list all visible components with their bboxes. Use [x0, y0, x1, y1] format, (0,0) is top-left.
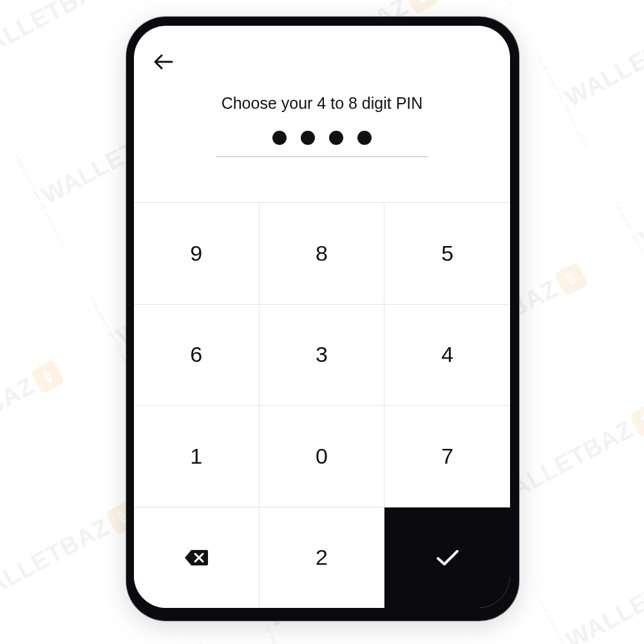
- watermark-badge-icon: ₿: [629, 402, 644, 437]
- watermark-item: مرجع تخصصی کیف پول سخت افزاریWALLETBAZ₿: [460, 0, 644, 9]
- watermark-badge-icon: ₿: [404, 0, 439, 15]
- keypad-backspace-button[interactable]: [134, 507, 260, 609]
- arrow-left-icon: [153, 53, 175, 71]
- spacer: [134, 157, 510, 202]
- pin-dots: [134, 131, 510, 154]
- watermark-item: مرجع تخصصی کیف پول سخت افزاریWALLETBAZ₿: [0, 325, 83, 507]
- watermark-text: WALLETBAZ: [636, 155, 644, 253]
- keypad-key-3[interactable]: 3: [260, 304, 385, 406]
- watermark-item: مرجع تخصصی کیف پول سخت افزاریWALLETBAZ₿: [311, 629, 532, 644]
- watermark-subtext: مرجع تخصصی کیف پول سخت افزاری: [610, 198, 644, 291]
- numeric-keypad: 9 8 5 6 3 4 1 0 7 2: [134, 202, 510, 608]
- watermark-subtext: مرجع تخصصی کیف پول سخت افزاری: [536, 599, 590, 644]
- keypad-key-6[interactable]: 6: [134, 304, 260, 406]
- watermark-text: WALLETBAZ: [0, 513, 115, 611]
- watermark-item: مرجع تخصصی کیف پول سخت افزاریWALLETBAZ₿: [536, 510, 644, 644]
- pin-dot: [272, 131, 287, 145]
- watermark-text: WALLETBAZ: [561, 14, 644, 112]
- watermark-badge-icon: ₿: [30, 359, 65, 394]
- keypad-confirm-button[interactable]: [384, 507, 510, 609]
- watermark-subtext: مرجع تخصصی کیف پول سخت افزاری: [535, 57, 589, 150]
- pin-heading: Choose your 4 to 8 digit PIN: [134, 77, 510, 131]
- watermark-item: مرجع تخصصی کیف پول سخت افزاریWALLETBAZ₿: [610, 109, 644, 290]
- back-button[interactable]: [152, 50, 175, 73]
- watermark-subtext: مرجع تخصصی کیف پول سخت افزاری: [460, 0, 514, 9]
- keypad-key-7[interactable]: 7: [384, 405, 510, 507]
- watermark-badge-icon: ₿: [554, 261, 589, 296]
- check-icon: [435, 548, 460, 567]
- device-frame: Choose your 4 to 8 digit PIN 9 8 5 6 3 4…: [126, 17, 519, 621]
- keypad-key-0[interactable]: 0: [260, 405, 385, 507]
- keypad-key-9[interactable]: 9: [134, 202, 260, 304]
- top-bar: [134, 26, 510, 77]
- watermark-text: WALLETBAZ: [0, 0, 114, 69]
- pin-dot: [329, 131, 343, 145]
- watermark-subtext: مرجع تخصصی کیف پول سخت افزاری: [12, 154, 66, 247]
- watermark-text: WALLETBAZ: [562, 556, 644, 644]
- pin-dot: [301, 131, 315, 145]
- keypad-key-2[interactable]: 2: [260, 507, 385, 609]
- keypad-key-5[interactable]: 5: [384, 202, 510, 304]
- watermark-item: مرجع تخصصی کیف پول سخت افزاریWALLETBAZ₿: [0, 185, 8, 366]
- pin-dot: [357, 131, 372, 145]
- keypad-key-8[interactable]: 8: [260, 202, 385, 304]
- keypad-key-4[interactable]: 4: [384, 304, 510, 406]
- backspace-icon: [184, 548, 209, 567]
- watermark-badge-icon: ₿: [180, 641, 215, 644]
- keypad-key-1[interactable]: 1: [134, 405, 260, 507]
- device-screen: Choose your 4 to 8 digit PIN 9 8 5 6 3 4…: [134, 26, 510, 608]
- watermark-text: WALLETBAZ: [0, 372, 39, 470]
- watermark-item: مرجع تخصصی کیف پول سخت افزاریWALLETBAZ₿: [535, 0, 644, 149]
